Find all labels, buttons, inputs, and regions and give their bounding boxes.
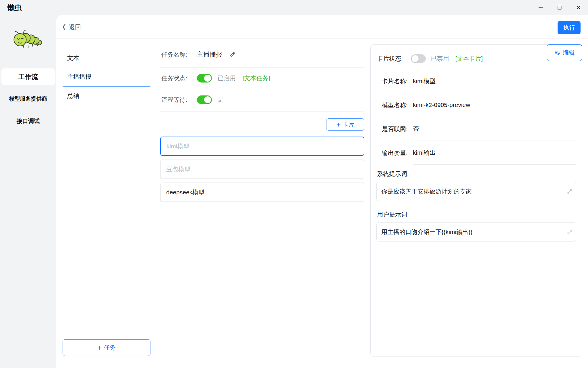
add-task-label: 任务 [104,344,116,352]
window-controls: ─ □ × [531,0,588,15]
system-prompt-input[interactable]: 你是应该善于安排旅游计划的专家 [376,182,576,201]
card-detail-panel: 编辑 卡片状态: 已禁用 [文本卡片] 卡片名称: kimi模型 模型名称: k… [370,44,582,356]
card-status-label: 卡片状态: [377,55,403,63]
card-item-doubao[interactable]: 豆包模型 [160,160,364,179]
sidebar-nav: 工作流 模型服务提供商 接口调试 [1,68,55,135]
web-access-label: 是否联网: [382,117,413,141]
divider [56,38,588,39]
flow-wait-value: 是 [218,96,224,104]
output-variable-label: 输出变量: [382,141,413,165]
flow-wait-row: 流程等待: 是 [160,91,364,108]
output-variable-field: 输出变量: kimi输出 [371,141,576,165]
divider [160,67,364,68]
system-prompt-label: 系统提示词: [377,170,409,178]
minimize-icon[interactable]: ─ [531,0,550,15]
card-item-label: kimi模型 [167,142,189,150]
card-name-label: 卡片名称: [382,69,413,93]
task-list: 文本 主播播报 总结 [63,49,150,106]
task-name-row: 任务名称: 主播播报 [160,47,364,63]
user-prompt-value: 用主播的口吻介绍一下{{kimi输出}} [381,228,472,236]
model-name-label: 模型名称: [382,93,413,117]
divider [151,39,151,368]
titlebar: 懒虫 ─ □ × [0,0,588,15]
edit-icon [554,50,560,56]
divider [160,89,364,89]
back-label: 返回 [69,23,81,31]
add-card-label: 卡片 [343,121,354,129]
card-list: kimi模型 豆包模型 deepseek模型 [160,137,364,206]
add-card-button[interactable]: + 卡片 [326,118,364,131]
card-name-field: 卡片名称: kimi模型 [371,69,576,93]
flow-wait-toggle[interactable] [197,95,212,104]
task-type-tag: [文本任务] [243,74,270,82]
user-prompt-label: 用户提示词: [377,210,409,218]
back-button[interactable]: 返回 [62,23,81,31]
card-item-deepseek[interactable]: deepseek模型 [160,183,364,202]
card-name-value[interactable]: kimi模型 [413,69,576,93]
edit-pencil-icon[interactable] [229,51,235,58]
plus-icon: + [97,344,102,351]
card-item-label: deepseek模型 [166,188,204,196]
task-status-label: 任务状态: [161,74,187,82]
edit-card-button[interactable]: 编辑 [547,44,582,61]
output-variable-value[interactable]: kimi输出 [413,141,576,165]
card-fields: 卡片名称: kimi模型 模型名称: kimi-k2-0905-preview … [371,69,576,165]
chevron-left-icon [62,23,66,31]
edit-label: 编辑 [563,49,575,57]
task-name-label: 任务名称: [161,51,187,59]
task-status-toggle[interactable] [197,74,212,83]
close-icon[interactable]: × [569,0,588,15]
task-status-row: 任务状态: 已启用 [文本任务] [160,70,364,87]
card-item-kimi[interactable]: kimi模型 [160,137,364,156]
user-prompt-input[interactable]: 用主播的口吻介绍一下{{kimi输出}} [376,222,576,241]
app-title: 懒虫 [7,3,22,12]
card-type-tag: [文本卡片] [455,55,483,63]
sidebar-item-workflow[interactable]: 工作流 [1,68,55,85]
model-name-field: 模型名称: kimi-k2-0905-preview [371,93,576,117]
execute-button[interactable]: 执行 [558,21,581,34]
system-prompt-value: 你是应该善于安排旅游计划的专家 [381,187,472,195]
sidebar-item-model-providers[interactable]: 模型服务提供商 [1,91,55,107]
task-status-text: 已启用 [218,74,236,82]
expand-icon[interactable] [567,229,572,235]
sidebar: 工作流 模型服务提供商 接口调试 [0,15,56,368]
card-status-text: 已禁用 [431,55,449,63]
add-task-button[interactable]: + 任务 [63,339,150,356]
task-item-summary[interactable]: 总结 [63,87,150,106]
web-access-field: 是否联网: 否 [371,117,576,141]
task-name-value: 主播播报 [197,50,222,59]
task-item-anchor-broadcast[interactable]: 主播播报 [63,68,150,87]
card-status-row: 卡片状态: 已禁用 [文本卡片] [377,52,483,65]
flow-wait-label: 流程等待: [161,96,187,104]
main-panel: 返回 执行 文本 主播播报 总结 + 任务 任务名称: 主播播报 任务状态: 已… [56,15,588,368]
card-status-toggle[interactable] [411,54,426,63]
task-item-text[interactable]: 文本 [63,49,150,68]
sidebar-item-api-debug[interactable]: 接口调试 [1,113,55,129]
model-name-value[interactable]: kimi-k2-0905-preview [413,93,576,117]
expand-icon[interactable] [567,189,572,194]
card-item-label: 豆包模型 [166,165,190,173]
web-access-value[interactable]: 否 [413,117,576,141]
maximize-icon[interactable]: □ [550,0,569,15]
divider [160,111,364,112]
plus-icon: + [336,121,341,128]
app-logo-caterpillar-icon [12,25,44,51]
